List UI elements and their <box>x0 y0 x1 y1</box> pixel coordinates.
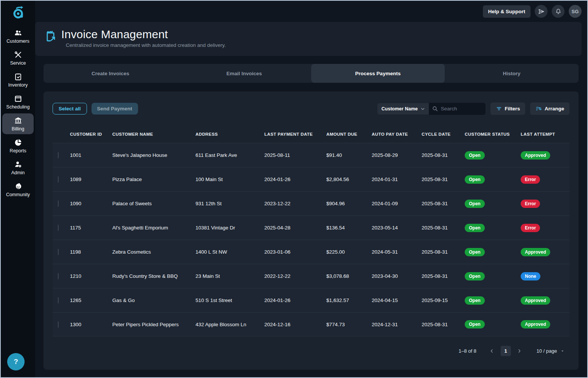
sidebar-item-reports[interactable]: Reports <box>2 135 34 156</box>
arrange-label: Arrange <box>545 106 564 112</box>
send-icon[interactable] <box>535 5 548 18</box>
help-fab-label: ? <box>14 358 18 366</box>
cell-customer-id: 1210 <box>70 273 112 279</box>
avatar[interactable]: SG <box>569 5 582 18</box>
col-auto-pay: AUTO PAY DATE <box>372 132 422 136</box>
cell-customer-name: Zebra Cosmetics <box>112 249 195 255</box>
tab-history[interactable]: History <box>445 64 579 83</box>
select-all-button[interactable]: Select all <box>53 103 87 115</box>
cell-customer-id: 1175 <box>70 225 112 231</box>
app-logo-icon[interactable] <box>9 4 27 22</box>
send-payment-button[interactable]: Send Payment <box>92 103 138 115</box>
last-attempt-badge: Approved <box>521 248 550 256</box>
header-text: Invoice Management Centralized invoice m… <box>61 28 226 48</box>
last-attempt-badge: Error <box>521 175 540 184</box>
cell-last-payment: 2024-01-26 <box>264 297 326 303</box>
tab-bar: Create Invoices Email Invoices Process P… <box>43 64 579 83</box>
table-row: 1089 Pizza Palace 100 Main St 2024-01-26… <box>53 167 569 191</box>
tools-icon <box>14 51 22 59</box>
help-support-button[interactable]: Help & Support <box>483 5 531 18</box>
sidebar-item-billing[interactable]: Billing <box>2 113 34 134</box>
calendar-icon <box>14 94 22 103</box>
customer-status-badge: Open <box>465 151 485 160</box>
page-size-dropdown[interactable]: 10 / page <box>537 348 565 354</box>
cell-auto-pay: 2024-05-31 <box>372 249 422 255</box>
toolbar-right: Customer Name Filters Arrange <box>377 102 569 115</box>
invoice-clipboard-icon <box>44 29 57 43</box>
arrange-button[interactable]: Arrange <box>530 102 569 115</box>
cell-last-payment: 2025-04-28 <box>264 225 326 231</box>
sidebar-item-label: Service <box>10 60 26 66</box>
cell-auto-pay: 2023-05-14 <box>372 225 422 231</box>
cell-amount-due: $3,078.68 <box>326 273 372 279</box>
col-last-attempt: LAST ATTEMPT <box>521 132 569 136</box>
cell-address: 23 Main St <box>195 273 264 279</box>
sidebar-item-label: Scheduling <box>6 104 30 110</box>
sort-arrange-icon <box>535 105 542 112</box>
cell-auto-pay: 2023-04-30 <box>372 273 422 279</box>
row-checkbox[interactable] <box>58 176 59 183</box>
table-row: 1175 Al's Spaghetti Emporium 10381 Vinta… <box>53 215 569 240</box>
table-row: 1210 Rudy's Country Store & BBQ 23 Main … <box>53 264 569 288</box>
cell-address: 510 S 1st Street <box>195 297 264 303</box>
row-checkbox[interactable] <box>58 152 59 158</box>
row-checkbox[interactable] <box>58 225 59 231</box>
cell-last-payment: 2023-12-22 <box>264 201 326 206</box>
last-attempt-badge: None <box>521 272 540 280</box>
row-checkbox[interactable] <box>58 249 59 255</box>
sidebar-item-label: Customers <box>6 39 29 44</box>
customer-status-badge: Open <box>465 320 485 328</box>
bell-icon[interactable] <box>552 5 565 18</box>
tab-create-invoices[interactable]: Create Invoices <box>43 64 177 83</box>
cell-auto-pay: 2024-01-09 <box>372 201 422 206</box>
sidebar-item-service[interactable]: Service <box>2 48 34 68</box>
sidebar-item-inventory[interactable]: Inventory <box>2 70 34 90</box>
sidebar-item-label: Admin <box>11 170 25 175</box>
sort-field-dropdown[interactable]: Customer Name <box>377 103 429 115</box>
help-fab-button[interactable]: ? <box>7 353 25 370</box>
cell-amount-due: $225.00 <box>326 249 372 255</box>
page-size-value: 10 / page <box>537 348 557 354</box>
page-header: Invoice Management Centralized invoice m… <box>35 22 582 56</box>
prev-page-icon[interactable] <box>487 346 497 356</box>
bank-icon <box>14 116 22 125</box>
col-last-payment: LAST PAYMENT DATE <box>264 132 326 136</box>
caret-down-icon <box>560 349 565 353</box>
tab-email-invoices[interactable]: Email Invoices <box>177 64 311 83</box>
cell-last-payment: 2024-01-26 <box>264 177 326 182</box>
table-row: 1090 Palace of Sweets 931 12th St 2023-1… <box>53 191 569 215</box>
customer-status-badge: Open <box>465 175 485 184</box>
sidebar: Customers Service Inventory Scheduling B… <box>1 1 35 377</box>
table-row: 1198 Zebra Cosmetics 1400 L St NW 2023-0… <box>53 240 569 264</box>
col-customer-id: CUSTOMER ID <box>70 132 112 136</box>
filters-button[interactable]: Filters <box>490 102 526 115</box>
cell-customer-name: Steve's Jalapeno House <box>112 152 195 158</box>
sidebar-item-customers[interactable]: Customers <box>2 26 34 46</box>
row-checkbox[interactable] <box>58 297 59 304</box>
sidebar-item-label: Community <box>6 192 30 197</box>
pie-chart-icon <box>14 138 22 147</box>
row-checkbox[interactable] <box>58 273 59 279</box>
row-checkbox[interactable] <box>58 321 59 328</box>
page-number-button[interactable]: 1 <box>501 346 511 356</box>
next-page-icon[interactable] <box>515 346 524 356</box>
cell-customer-id: 1300 <box>70 322 112 327</box>
cell-customer-name: Gas & Go <box>112 297 195 303</box>
cell-address: 931 12th St <box>195 201 264 206</box>
sidebar-item-admin[interactable]: Admin <box>2 157 34 178</box>
last-attempt-badge: Error <box>521 200 540 208</box>
customer-status-badge: Open <box>465 272 485 280</box>
admin-person-icon <box>14 160 22 169</box>
sidebar-item-community[interactable]: Community <box>2 179 34 200</box>
sidebar-item-scheduling[interactable]: Scheduling <box>2 91 34 112</box>
col-cycle-date: CYCLE DATE <box>422 132 465 136</box>
customer-status-badge: Open <box>465 296 485 305</box>
cell-cycle-date: 2025-08-31 <box>422 152 465 158</box>
cell-cycle-date: 2025-08-31 <box>422 225 465 231</box>
search-input[interactable] <box>441 106 483 112</box>
cell-last-payment: 2025-08-11 <box>264 152 326 158</box>
tab-process-payments[interactable]: Process Payments <box>311 64 445 83</box>
row-checkbox[interactable] <box>58 200 59 207</box>
toolbar: Select all Send Payment Customer Name Fi… <box>53 102 569 115</box>
content-panel: Select all Send Payment Customer Name Fi… <box>43 91 579 370</box>
